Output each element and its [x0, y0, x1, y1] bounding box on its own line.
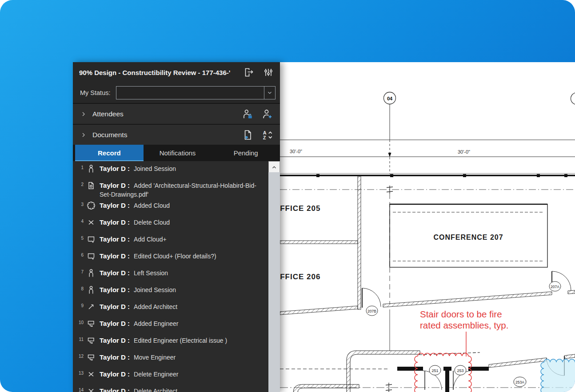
record-item-number: 4	[76, 218, 84, 224]
record-item-action: Edited Cloud+ (Floor details?)	[134, 253, 216, 260]
svg-text:253: 253	[457, 368, 463, 373]
record-item-user: Taylor D :	[100, 286, 130, 293]
record-item-user: Taylor D :	[100, 252, 130, 260]
app-canvas: 30'-0" 30'-0" 04	[0, 0, 575, 392]
record-item-action: Added Architect	[134, 303, 177, 310]
red-markup-note[interactable]: Stair doors to be fire rated assemblies,…	[420, 309, 508, 356]
record-item[interactable]: 3 Taylor D :Added Cloud	[76, 199, 268, 216]
svg-text:04: 04	[387, 96, 393, 101]
record-item-number: 1	[76, 164, 84, 170]
record-item[interactable]: 8 Taylor D :Joined Session	[76, 283, 268, 300]
attendee-permissions-icon[interactable]	[242, 108, 253, 120]
record-item-action: Added Engineer	[134, 320, 178, 327]
record-item-action: Joined Session	[134, 286, 176, 293]
delete-icon	[87, 218, 96, 227]
sort-az-icon[interactable]: A Z	[261, 129, 273, 141]
cloud-icon	[87, 201, 96, 210]
scroll-up-button[interactable]	[268, 161, 280, 173]
record-item-number: 5	[76, 235, 84, 241]
record-item-number: 10	[76, 319, 84, 325]
record-item-number: 7	[76, 269, 84, 274]
record-item[interactable]: 9 Taylor D :Added Architect	[76, 300, 268, 317]
record-item-action: Delete Architect	[134, 388, 177, 392]
leave-session-icon[interactable]	[244, 67, 254, 78]
record-item-action: Move Engineer	[134, 354, 176, 361]
room-label-conference-207: CONFERENCE 207	[433, 234, 503, 241]
tab-pending[interactable]: Pending	[212, 145, 280, 161]
record-item-user: Taylor D :	[100, 182, 130, 189]
record-item-action: Delete Engineer	[134, 371, 178, 378]
my-status-label: My Status:	[73, 89, 111, 96]
person-icon	[87, 269, 96, 277]
dimension-lines: 30'-0" 30'-0"	[280, 140, 575, 157]
record-list-container: 1 Taylor D :Joined Session 2 Taylor D :A…	[73, 161, 280, 392]
tab-record[interactable]: Record	[75, 145, 144, 161]
blue-highlight-cloud[interactable]	[541, 359, 575, 392]
attendees-label: Attendees	[92, 110, 124, 118]
add-document-icon[interactable]	[242, 129, 253, 141]
record-item[interactable]: 10 Taylor D :Added Engineer	[76, 317, 268, 334]
record-item-number: 2	[76, 181, 84, 187]
record-item-user: Taylor D :	[100, 320, 130, 327]
scrollbar-thumb[interactable]	[268, 172, 280, 392]
record-item-number: 14	[76, 387, 84, 392]
door-207a: 207A	[549, 271, 571, 291]
record-item[interactable]: 2 Taylor D :Added 'Architectural-Structu…	[76, 179, 268, 199]
cloud-plus-icon	[87, 252, 96, 261]
my-status-select[interactable]	[116, 86, 276, 99]
record-item[interactable]: 13 Taylor D :Delete Engineer	[76, 368, 268, 384]
record-item[interactable]: 4 Taylor D :Delete Cloud	[76, 216, 268, 233]
record-item[interactable]: 14 Taylor D :Delete Architect	[76, 384, 268, 392]
record-item-action: Added Cloud	[134, 202, 170, 209]
record-item-action: Edited Engineer (Electrical issue )	[134, 337, 227, 344]
documents-section-header[interactable]: Documents A Z	[73, 125, 280, 145]
svg-text:A: A	[263, 130, 267, 135]
record-item-number: 9	[76, 302, 84, 308]
grid-bubble-partial	[571, 93, 575, 105]
session-title: 90% Design - Constructibility Review - 1…	[73, 69, 239, 76]
record-item-user: Taylor D :	[100, 269, 130, 277]
record-item[interactable]: 1 Taylor D :Joined Session	[76, 162, 268, 179]
attendees-section-header[interactable]: Attendees	[73, 104, 280, 124]
callout-icon	[87, 336, 96, 345]
record-item-user: Taylor D :	[100, 235, 130, 243]
record-item[interactable]: 6 Taylor D :Edited Cloud+ (Floor details…	[76, 249, 268, 266]
person-icon	[87, 164, 96, 173]
scrollbar	[268, 161, 280, 392]
record-item[interactable]: 5 Taylor D :Add Cloud+	[76, 233, 268, 249]
record-item-user: Taylor D :	[100, 337, 130, 344]
record-list: 1 Taylor D :Joined Session 2 Taylor D :A…	[73, 161, 268, 392]
session-settings-icon[interactable]	[263, 67, 274, 78]
drawing-viewport[interactable]: 30'-0" 30'-0" 04	[280, 62, 575, 392]
wall-vertical-hatched	[358, 176, 361, 309]
svg-text:207A: 207A	[551, 285, 559, 289]
room-label-office-206: OFFICE 206	[280, 273, 320, 281]
tab-notifications[interactable]: Notifications	[144, 145, 212, 161]
record-item[interactable]: 7 Taylor D :Left Session	[76, 266, 268, 283]
record-item-number: 13	[76, 370, 84, 376]
callout-icon	[87, 353, 96, 362]
grid-bubble-04: 04	[384, 92, 396, 174]
record-item-action: Left Session	[134, 269, 168, 277]
door-207b: 207B	[362, 288, 381, 316]
chevron-right-icon	[80, 111, 87, 118]
chevron-down-icon[interactable]	[264, 87, 275, 99]
my-status-value	[116, 87, 264, 99]
record-item-action: Joined Session	[134, 165, 176, 172]
svg-text:251: 251	[431, 368, 438, 373]
record-item-number: 11	[76, 336, 84, 342]
record-item-user: Taylor D :	[100, 387, 130, 392]
record-item-user: Taylor D :	[100, 370, 130, 378]
record-item-user: Taylor D :	[100, 165, 130, 172]
svg-text:207B: 207B	[367, 309, 376, 313]
documents-label: Documents	[92, 131, 127, 139]
my-status-row: My Status:	[73, 83, 280, 103]
svg-text:rated assemblies, typ.: rated assemblies, typ.	[420, 320, 508, 330]
record-item[interactable]: 11 Taylor D :Edited Engineer (Electrical…	[76, 334, 268, 351]
record-item-action: Add Cloud+	[134, 236, 167, 243]
record-item-number: 6	[76, 252, 84, 257]
document-icon	[87, 181, 96, 190]
record-item[interactable]: 12 Taylor D :Move Engineer	[76, 351, 268, 368]
invite-attendee-icon[interactable]	[261, 108, 273, 120]
record-item-action: Delete Cloud	[134, 219, 170, 226]
